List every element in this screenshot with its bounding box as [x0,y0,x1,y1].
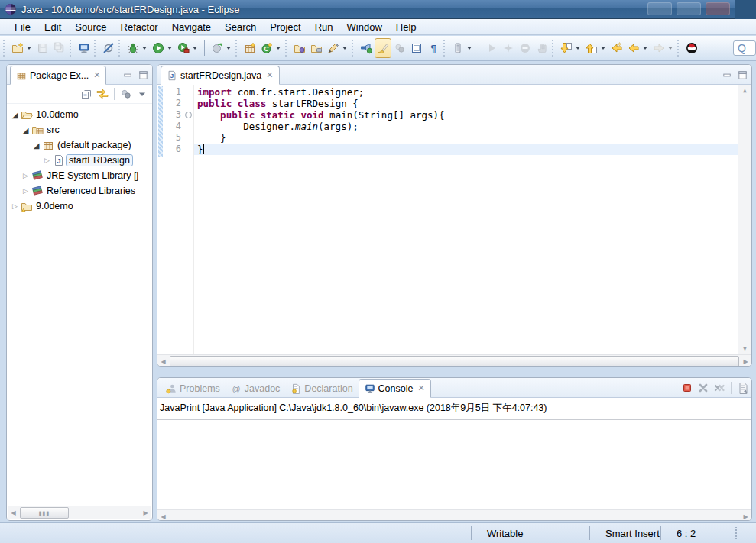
external-tools-button[interactable] [175,38,200,58]
tree-item-10-0demo[interactable]: ◢10.0demo [7,107,152,122]
scroll-left-icon[interactable]: ◀ [157,511,169,522]
last-edit-button[interactable] [558,38,583,58]
close-icon[interactable]: ✕ [266,70,273,80]
java-pen-dropdown-icon[interactable] [342,47,347,50]
run-dropdown-icon[interactable] [167,47,172,50]
menu-edit[interactable]: Edit [37,21,68,34]
open-type-button[interactable] [291,38,308,58]
goto-up-button[interactable] [583,38,608,58]
maximize-view-button[interactable] [136,68,150,82]
search-button[interactable] [358,38,375,58]
minimize-button[interactable] [647,2,672,15]
doc-frame-button[interactable] [408,38,425,58]
open-resource-button[interactable] [308,38,325,58]
suspend-button[interactable] [517,38,534,58]
scroll-right-icon[interactable]: ▶ [740,356,751,367]
new-class-dropdown-icon[interactable] [276,47,281,50]
scrollbar-thumb[interactable] [170,356,739,367]
last-edit-dropdown-icon[interactable] [576,47,580,50]
menu-source[interactable]: Source [68,21,113,34]
tree-item--default-package-[interactable]: ◢(default package) [7,137,152,153]
console-output-area[interactable]: JavaPrint [Java Application] C:\Java\jdk… [157,398,751,509]
line-number-gutter[interactable]: 123456 [164,85,183,354]
console-hscrollbar[interactable]: ◀ ▶ [157,509,751,521]
menu-window[interactable]: Window [340,21,389,34]
tree-item-9-0demo[interactable]: ▷9.0demo [7,199,152,214]
goto-up-dropdown-icon[interactable] [601,47,605,50]
menu-search[interactable]: Search [218,21,263,34]
collapse-icon[interactable]: ◢ [31,141,41,150]
block-toggle-dropdown-icon[interactable] [467,47,472,50]
remove-all-terminated-button[interactable] [712,381,726,395]
debug-button[interactable] [125,38,150,58]
menu-file[interactable]: File [8,21,37,34]
new-class-button[interactable]: C [258,38,284,58]
play-button[interactable] [483,38,500,58]
scroll-up-icon[interactable]: ▲ [739,85,751,96]
expand-icon[interactable]: ▷ [21,187,31,195]
view-menu-button[interactable] [135,87,149,101]
occurrences-button[interactable] [391,38,408,58]
monitor-button[interactable] [76,38,92,58]
tab-problems[interactable]: Problems [161,380,226,397]
expand-icon[interactable]: ▷ [42,157,52,164]
expand-icon[interactable]: ▷ [21,172,31,179]
scroll-left-icon[interactable]: ◀ [157,356,169,367]
coverage-button[interactable] [209,38,234,58]
filters-button[interactable] [119,87,133,101]
back-dropdown-icon[interactable] [643,47,647,50]
scroll-right-icon[interactable]: ▶ [740,511,751,522]
editor-hscrollbar[interactable]: ◀ ▶ [157,354,751,367]
redhat-button[interactable] [683,38,700,58]
scrollbar-thumb[interactable]: ▮▮▮ [20,507,69,519]
new-wizard-dropdown-icon[interactable] [27,47,31,50]
forward-button[interactable] [651,38,676,58]
hand-button[interactable] [534,38,550,58]
close-icon[interactable]: ✕ [417,383,424,393]
menu-project[interactable]: Project [263,21,307,34]
open-console-log-button[interactable] [736,381,750,395]
remove-launch-button[interactable] [696,381,710,395]
minimize-editor-button[interactable] [720,68,734,82]
tab-console[interactable]: Console✕ [359,379,431,398]
close-button[interactable] [706,2,730,15]
quick-access-field[interactable]: Q [733,40,756,56]
menu-run[interactable]: Run [308,21,340,34]
back-button[interactable] [625,38,651,58]
new-wizard-button[interactable] [9,38,34,58]
tree-item-jre-system-library-j[interactable]: ▷JRE System Library [j [7,168,152,183]
pilcrow-button[interactable]: ¶ [425,38,442,58]
collapse-icon[interactable]: ◢ [10,111,20,119]
minimize-view-button[interactable] [121,68,135,82]
sparkle-button[interactable] [500,38,517,58]
tab-javadoc[interactable]: @Javadoc [226,380,286,397]
collapse-icon[interactable]: ◢ [21,126,31,134]
tree-item-startfrdesign[interactable]: ▷JstartFRDesign [7,153,152,168]
menu-help[interactable]: Help [389,21,423,34]
external-tools-dropdown-icon[interactable] [193,47,197,50]
tab-startfrdesign-java[interactable]: J startFRDesign.java ✕ [161,66,280,85]
link-with-editor-button[interactable] [96,87,109,101]
forward-dropdown-icon[interactable] [668,47,673,50]
back-star-button[interactable] [608,38,625,58]
coverage-dropdown-icon[interactable] [226,47,231,50]
maximize-button[interactable] [677,2,701,15]
run-button[interactable] [150,38,175,58]
debug-dropdown-icon[interactable] [142,47,147,50]
maximize-editor-button[interactable] [735,68,749,82]
collapse-region-icon[interactable]: − [185,112,192,118]
editor-vscrollbar[interactable]: ▲ ▼ [738,85,751,354]
marker-bar[interactable] [157,85,164,354]
tree-item-referenced-libraries[interactable]: ▷Referenced Libraries [7,183,152,199]
tree-item-src[interactable]: ◢src [7,122,152,137]
save-button[interactable] [34,38,51,58]
menu-navigate[interactable]: Navigate [165,21,218,34]
skip-breakpoints-button[interactable] [100,38,117,58]
close-icon[interactable]: ✕ [93,70,100,80]
block-toggle-button[interactable] [449,38,475,58]
folding-ruler[interactable]: − [183,85,194,354]
scroll-right-icon[interactable]: ▶ [140,507,151,519]
explorer-hscrollbar[interactable]: ◀ ▮▮▮ ▶ [8,506,151,519]
java-pen-button[interactable] [325,38,350,58]
highlight-button[interactable] [375,38,391,58]
